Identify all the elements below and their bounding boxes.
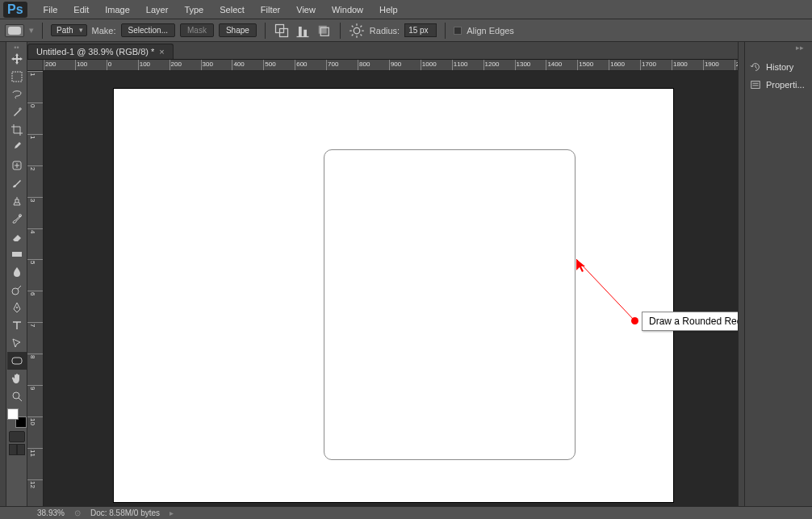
canvas-viewport[interactable]: Draw a Rounded Rectangle bbox=[44, 71, 738, 506]
rectangular-marquee-tool[interactable] bbox=[7, 68, 27, 86]
radius-input[interactable]: 15 px bbox=[404, 23, 437, 37]
horizontal-ruler[interactable]: 2001000100200300400500600700800900100011… bbox=[44, 60, 738, 71]
type-tool[interactable] bbox=[7, 316, 27, 334]
svg-rect-8 bbox=[12, 72, 22, 82]
svg-rect-11 bbox=[12, 252, 22, 257]
ruler-h-label: 800 bbox=[359, 61, 370, 68]
history-icon bbox=[750, 61, 761, 73]
status-expand-icon[interactable]: ⊙ bbox=[74, 509, 81, 517]
left-gutter bbox=[0, 42, 6, 506]
status-flyout-icon[interactable]: ▸ bbox=[170, 509, 174, 517]
svg-rect-5 bbox=[319, 25, 327, 33]
path-arrangement-icon[interactable] bbox=[316, 23, 332, 39]
foreground-color-swatch[interactable] bbox=[7, 408, 19, 420]
ruler-v-label: 0 bbox=[29, 104, 36, 107]
ruler-v-label: 12 bbox=[29, 481, 36, 488]
panel-collapse-icon[interactable]: ▸▸ bbox=[796, 44, 809, 52]
status-bar: 38.93% ⊙ Doc: 8.58M/0 bytes ▸ bbox=[0, 506, 812, 519]
move-tool[interactable] bbox=[7, 50, 27, 68]
ruler-h-label: 700 bbox=[328, 61, 338, 68]
ruler-v-label: 5 bbox=[29, 261, 36, 264]
canvas[interactable]: Draw a Rounded Rectangle bbox=[114, 89, 673, 502]
menu-view[interactable]: View bbox=[288, 2, 324, 18]
properties-panel-button[interactable]: Properti... bbox=[745, 76, 812, 94]
eraser-tool[interactable] bbox=[7, 228, 27, 245]
app-logo: Ps bbox=[3, 2, 27, 18]
rounded-rectangle-tool[interactable] bbox=[7, 352, 27, 370]
rounded-rectangle-icon bbox=[8, 27, 21, 35]
blur-tool[interactable] bbox=[7, 263, 27, 281]
clone-stamp-tool[interactable] bbox=[7, 192, 27, 210]
divider bbox=[340, 23, 341, 39]
svg-point-14 bbox=[16, 307, 18, 308]
ruler-v-label: 1 bbox=[29, 136, 36, 139]
menu-layer[interactable]: Layer bbox=[138, 2, 177, 18]
history-panel-button[interactable]: History bbox=[745, 58, 812, 76]
zoom-level-display[interactable]: 38.93% bbox=[37, 509, 65, 517]
toolbox-grip-icon[interactable]: •• bbox=[14, 44, 19, 50]
path-operations-icon[interactable] bbox=[274, 23, 290, 39]
ruler-h-label: 1400 bbox=[547, 61, 562, 68]
close-tab-icon[interactable]: × bbox=[159, 47, 164, 57]
rounded-rectangle-path[interactable] bbox=[324, 149, 576, 460]
gear-icon[interactable] bbox=[349, 23, 365, 39]
radius-label: Radius: bbox=[370, 26, 400, 36]
make-selection-button[interactable]: Selection... bbox=[121, 23, 175, 37]
toolbox: •• bbox=[6, 42, 27, 506]
history-brush-tool[interactable] bbox=[7, 210, 27, 228]
align-edges-label: Align Edges bbox=[467, 26, 514, 36]
ruler-h-label: 500 bbox=[265, 61, 275, 68]
tool-mode-select[interactable]: Path bbox=[51, 24, 87, 36]
pen-tool[interactable] bbox=[7, 299, 27, 316]
document-tab[interactable]: Untitled-1 @ 38.9% (RGB/8) * × bbox=[27, 44, 174, 59]
ruler-v-label: 10 bbox=[29, 418, 36, 425]
divider bbox=[445, 23, 446, 39]
screen-mode-toggle[interactable] bbox=[9, 444, 25, 455]
tool-preset-picker[interactable] bbox=[5, 24, 24, 37]
vertical-ruler[interactable]: 101234567891011121314 bbox=[27, 71, 44, 506]
lasso-tool[interactable] bbox=[7, 86, 27, 103]
ruler-v-label: 4 bbox=[29, 230, 36, 233]
annotation-anchor-dot bbox=[631, 317, 638, 324]
make-mask-button[interactable]: Mask bbox=[180, 23, 214, 37]
path-selection-tool[interactable] bbox=[7, 334, 27, 352]
ruler-v-label: 1 bbox=[29, 73, 36, 76]
gradient-tool[interactable] bbox=[7, 245, 27, 263]
svg-rect-4 bbox=[303, 29, 307, 36]
document-info[interactable]: Doc: 8.58M/0 bytes bbox=[90, 509, 160, 517]
healing-brush-tool[interactable] bbox=[7, 157, 27, 174]
menu-window[interactable]: Window bbox=[324, 2, 371, 18]
dodge-tool[interactable] bbox=[7, 281, 27, 299]
zoom-tool[interactable] bbox=[7, 387, 27, 405]
history-panel-label: History bbox=[766, 62, 793, 72]
menu-select[interactable]: Select bbox=[211, 2, 253, 18]
menu-help[interactable]: Help bbox=[371, 2, 406, 18]
menu-filter[interactable]: Filter bbox=[253, 2, 288, 18]
ruler-h-label: 1000 bbox=[422, 61, 437, 68]
menu-edit[interactable]: Edit bbox=[65, 2, 97, 18]
svg-rect-15 bbox=[12, 358, 22, 364]
eyedropper-tool[interactable] bbox=[7, 139, 27, 157]
ruler-h-label: 400 bbox=[233, 61, 244, 68]
make-shape-button[interactable]: Shape bbox=[219, 23, 257, 37]
menu-file[interactable]: File bbox=[36, 2, 66, 18]
magic-wand-tool[interactable] bbox=[7, 103, 27, 121]
align-edges-checkbox[interactable] bbox=[454, 27, 462, 35]
foreground-background-colors[interactable] bbox=[7, 408, 27, 428]
annotation-tooltip: Draw a Rounded Rectangle bbox=[642, 312, 738, 331]
svg-rect-3 bbox=[299, 27, 302, 37]
menu-image[interactable]: Image bbox=[97, 2, 138, 18]
divider bbox=[42, 23, 43, 39]
ruler-h-label: 200 bbox=[45, 61, 56, 68]
hand-tool[interactable] bbox=[7, 370, 27, 387]
brush-tool[interactable] bbox=[7, 174, 27, 192]
properties-icon bbox=[750, 79, 761, 90]
quick-mask-toggle[interactable] bbox=[9, 431, 25, 442]
svg-point-13 bbox=[12, 288, 19, 295]
ruler-origin[interactable] bbox=[27, 60, 44, 71]
ruler-v-label: 9 bbox=[29, 387, 36, 390]
crop-tool[interactable] bbox=[7, 121, 27, 139]
path-alignment-icon[interactable] bbox=[295, 23, 311, 39]
ruler-v-label: 3 bbox=[29, 199, 36, 202]
menu-type[interactable]: Type bbox=[176, 2, 211, 18]
